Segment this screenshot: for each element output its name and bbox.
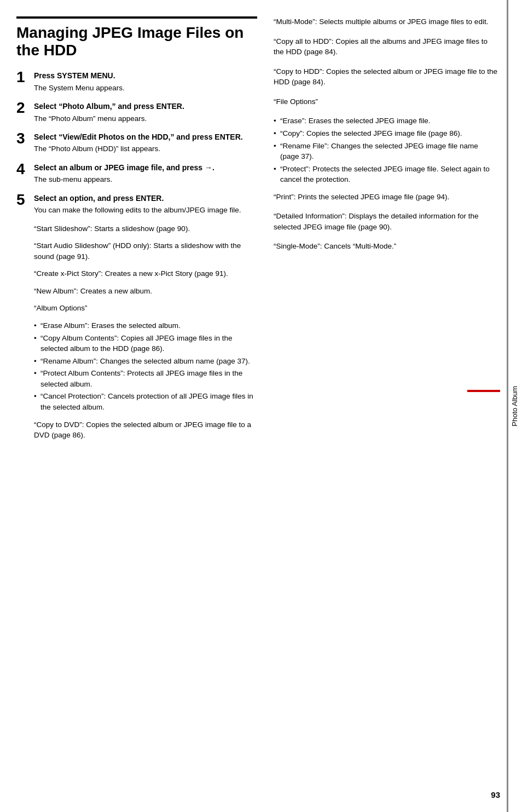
page-container: Managing JPEG Image Files on the HDD 1 P…: [0, 0, 522, 812]
step-5-desc: You can make the following edits to the …: [34, 205, 257, 216]
file-options-item-0: “Erase”: Erases the selected JPEG image …: [274, 116, 498, 126]
step-1-desc: The System Menu appears.: [34, 83, 257, 94]
step-3-number: 3: [16, 130, 34, 147]
file-options-item-3: “Protect”: Protects the selected JPEG im…: [274, 164, 498, 185]
step-4-number: 4: [16, 161, 34, 178]
start-audio-slideshow: “Start Audio Slideshow” (HDD only): Star…: [34, 240, 257, 262]
album-options-item-1: “Copy Album Contents”: Copies all JPEG i…: [34, 333, 257, 354]
step-2-title: Select “Photo Album,” and press ENTER.: [34, 101, 257, 112]
step-3: 3 Select “View/Edit Photos on the HDD,” …: [16, 131, 257, 154]
copy-all-hdd: “Copy all to HDD”: Copies all the albums…: [274, 36, 498, 57]
step-3-title: Select “View/Edit Photos on the HDD,” an…: [34, 131, 257, 142]
album-options-item-2: “Rename Album”: Changes the selected alb…: [34, 356, 257, 367]
step-5-number: 5: [16, 192, 34, 209]
album-options-item-3: “Protect Album Contents”: Protects all J…: [34, 368, 257, 389]
right-column: “Multi-Mode”: Selects multiple albums or…: [268, 16, 498, 796]
top-divider: [16, 16, 257, 19]
sidebar-tab-wrapper: Photo Album: [507, 0, 522, 812]
step-5-title: Select an option, and press ENTER.: [34, 193, 257, 204]
file-options-item-2: “Rename File”: Changes the selected JPEG…: [274, 141, 498, 162]
accent-bar: [467, 390, 500, 392]
step-5-body: “Start Slideshow”: Starts a slideshow (p…: [34, 223, 257, 441]
album-options-list: “Erase Album”: Erases the selected album…: [34, 320, 257, 413]
step-2-content: Select “Photo Album,” and press ENTER. T…: [34, 101, 257, 124]
single-mode: “Single-Mode”: Cancels “Multi-Mode.”: [274, 241, 498, 252]
copy-to-dvd: “Copy to DVD”: Copies the selected album…: [34, 419, 257, 441]
multi-mode: “Multi-Mode”: Selects multiple albums or…: [274, 16, 498, 27]
step-4-content: Select an album or JPEG image file, and …: [34, 162, 257, 185]
step-2-desc: The “Photo Album” menu appears.: [34, 113, 257, 124]
file-options-header: “File Options”: [274, 96, 498, 107]
file-options-item-1: “Copy”: Copies the selected JPEG image f…: [274, 128, 498, 139]
album-options-item-0: “Erase Album”: Erases the selected album…: [34, 320, 257, 331]
print-section: “Print”: Prints the selected JPEG image …: [274, 192, 498, 203]
detailed-info: “Detailed Information”: Displays the det…: [274, 211, 498, 232]
copy-to-hdd: “Copy to HDD”: Copies the selected album…: [274, 66, 498, 88]
step-4-title: Select an album or JPEG image file, and …: [34, 162, 257, 173]
step-1-content: Press SYSTEM MENU. The System Menu appea…: [34, 70, 257, 93]
file-options-list: “Erase”: Erases the selected JPEG image …: [274, 116, 498, 185]
step-1: 1 Press SYSTEM MENU. The System Menu app…: [16, 70, 257, 93]
page-title: Managing JPEG Image Files on the HDD: [16, 24, 257, 59]
album-options-item-4: “Cancel Protection”: Cancels protection …: [34, 391, 257, 412]
left-column: Managing JPEG Image Files on the HDD 1 P…: [16, 16, 268, 796]
right-col-inner: “Multi-Mode”: Selects multiple albums or…: [274, 16, 498, 252]
step-1-title: Press SYSTEM MENU.: [34, 70, 257, 81]
step-5: 5 Select an option, and press ENTER. You…: [16, 193, 257, 216]
step-5-content: Select an option, and press ENTER. You c…: [34, 193, 257, 216]
create-x-pict: “Create x-Pict Story”: Creates a new x-P…: [34, 268, 257, 279]
step-2: 2 Select “Photo Album,” and press ENTER.…: [16, 101, 257, 124]
step-1-number: 1: [16, 69, 34, 86]
step-4-desc: The sub-menu appears.: [34, 174, 257, 185]
step-3-desc: The “Photo Album (HDD)” list appears.: [34, 143, 257, 154]
step-3-content: Select “View/Edit Photos on the HDD,” an…: [34, 131, 257, 154]
new-album: “New Album”: Creates a new album.: [34, 286, 257, 297]
step-2-number: 2: [16, 100, 34, 117]
start-slideshow: “Start Slideshow”: Starts a slideshow (p…: [34, 223, 257, 234]
step-4: 4 Select an album or JPEG image file, an…: [16, 162, 257, 185]
sidebar-tab: Photo Album: [508, 383, 522, 430]
album-options-header: “Album Options”: [34, 303, 257, 314]
page-number: 93: [491, 789, 500, 801]
main-content: Managing JPEG Image Files on the HDD 1 P…: [0, 0, 522, 812]
